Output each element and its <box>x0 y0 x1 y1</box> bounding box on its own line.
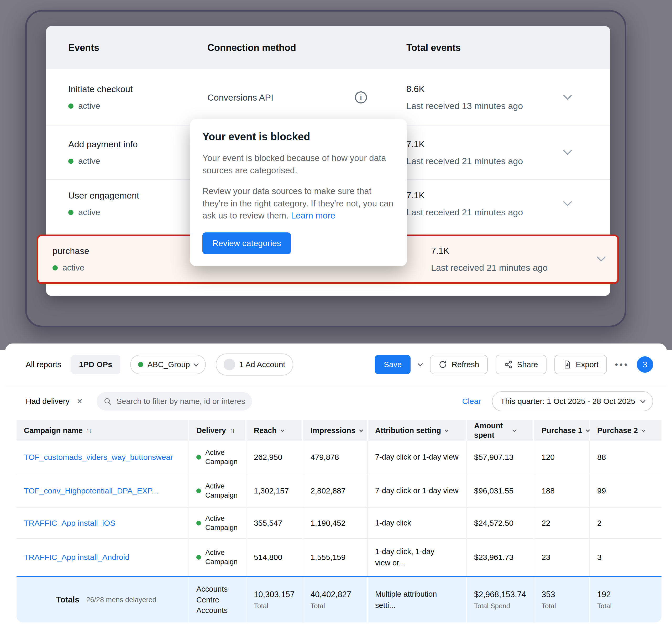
table-row[interactable]: TRAFFIC_App install_iOS Active Campaign … <box>17 508 661 539</box>
pd-ops-tab[interactable]: 1PD OPs <box>71 355 120 374</box>
toolbar-right: Save Refresh Share Export ••• <box>375 355 653 374</box>
export-button[interactable]: Export <box>554 355 607 374</box>
campaign-name-link[interactable]: TOF_customads_viders_way_buttonswear <box>17 441 189 474</box>
review-categories-button[interactable]: Review categories <box>203 232 291 254</box>
modal-paragraph-2: Review your data sources to make sure th… <box>203 185 394 222</box>
event-status-label: active <box>62 263 85 273</box>
modal-paragraph-1: Your event is blocked because of how you… <box>203 152 394 177</box>
attribution-cell: 7-day click or 1-day view <box>368 441 467 474</box>
had-delivery-filter-chip[interactable]: Had delivery <box>26 397 70 406</box>
totals-attribution-cell: Multiple attribution setti... <box>368 577 467 622</box>
chevron-down-icon[interactable] <box>598 254 604 261</box>
date-range-selector[interactable]: This quarter: 1 Oct 2025 - 28 Oct 2025 <box>492 391 653 411</box>
impressions-cell: 479,878 <box>303 441 368 474</box>
event-name: purchase <box>53 246 89 256</box>
save-options-chevron-icon[interactable] <box>418 361 423 366</box>
more-options-button[interactable]: ••• <box>615 360 629 370</box>
delivery-cell: Active Campaign <box>189 441 247 474</box>
totals-row: Totals 26/28 mens delayered Accounts Cen… <box>17 576 661 622</box>
total-events-value: 7.1K <box>431 246 548 256</box>
totals-impressions-cell: 40,402,827 Total <box>303 577 368 622</box>
amount-spent-cell: $23,961.73 <box>467 539 534 576</box>
header-impressions[interactable]: Impressions <box>303 420 368 441</box>
header-purchase-1[interactable]: Purchase 1 <box>534 420 590 441</box>
group-selector[interactable]: ABC_Group <box>130 355 206 374</box>
ad-account-avatar <box>224 359 235 370</box>
event-totals: 7.1K Last received 21 minutes ago <box>431 246 548 273</box>
share-icon <box>504 360 513 369</box>
event-totals: 7.1K Last received 21 minutes ago <box>406 190 523 217</box>
active-status-dot <box>196 555 201 559</box>
delivery-cell: Active Campaign <box>189 539 247 576</box>
notifications-badge[interactable]: 3 <box>637 357 653 373</box>
reach-cell: 262,950 <box>247 441 303 474</box>
last-received-label: Last received 21 minutes ago <box>406 156 523 166</box>
report-panel: All reports 1PD OPs ABC_Group 1 Ad Accou… <box>5 344 667 639</box>
event-status: active <box>68 101 133 111</box>
event-name: Initiate checkout <box>68 84 133 94</box>
save-button[interactable]: Save <box>375 355 410 374</box>
header-delivery[interactable]: Delivery ↑↓ <box>189 420 247 441</box>
reach-cell: 355,547 <box>247 508 303 539</box>
search-input[interactable] <box>117 397 245 406</box>
top-background: Events Connection method Total events In… <box>0 0 672 350</box>
table-row[interactable]: TOF_customads_viders_way_buttonswear Act… <box>17 441 661 474</box>
event-info: User engagement active <box>68 190 139 217</box>
column-header-total-events: Total events <box>406 42 461 53</box>
campaign-name-link[interactable]: TRAFFIC_App install_Android <box>17 539 189 576</box>
refresh-button[interactable]: Refresh <box>430 355 488 374</box>
active-status-dot <box>68 159 74 164</box>
totals-label: Totals <box>56 595 79 605</box>
chevron-down-icon <box>280 428 285 432</box>
table-row[interactable]: TRAFFIC_App install_Android Active Campa… <box>17 539 661 576</box>
date-range-label: This quarter: 1 Oct 2025 - 28 Oct 2025 <box>500 397 635 406</box>
ad-account-label: 1 Ad Account <box>239 360 285 369</box>
totals-reach-cell: 10,303,157 Total <box>247 577 303 622</box>
filter-bar: Had delivery × Clear This quarter: 1 Oct… <box>26 390 653 412</box>
campaign-name-link[interactable]: TOF_conv_Highpotentiall_DPA_EXP... <box>17 474 189 508</box>
group-active-dot <box>138 362 143 367</box>
event-row-initiate-checkout[interactable]: Initiate checkout active Conversions API… <box>46 69 610 126</box>
search-icon <box>103 397 112 406</box>
share-label: Share <box>517 360 538 369</box>
refresh-label: Refresh <box>451 360 479 369</box>
header-campaign-name[interactable]: Campaign name ↑↓ <box>17 420 189 441</box>
connection-method-value: Conversions API <box>207 92 273 103</box>
table-header-row: Campaign name ↑↓ Delivery ↑↓ Reach Impre… <box>17 420 661 441</box>
toolbar-divider <box>5 386 667 386</box>
campaign-name-link[interactable]: TRAFFIC_App install_iOS <box>17 508 189 539</box>
all-reports-button[interactable]: All reports <box>26 360 61 369</box>
event-name: User engagement <box>68 190 139 201</box>
share-button[interactable]: Share <box>496 355 547 374</box>
chevron-down-icon[interactable] <box>564 199 571 206</box>
total-events-value: 7.1K <box>406 139 523 149</box>
learn-more-link[interactable]: Learn more <box>291 210 335 220</box>
header-amount-spent[interactable]: Amount spent <box>467 420 534 441</box>
purchase2-cell: 99 <box>590 474 661 508</box>
chevron-down-icon <box>586 428 590 432</box>
reach-cell: 1,302,157 <box>247 474 303 508</box>
event-status: active <box>68 156 138 166</box>
event-status: active <box>53 263 89 273</box>
event-status: active <box>68 207 139 217</box>
chevron-down-icon <box>445 428 449 432</box>
totals-purchase2-cell: 192 Total <box>590 577 661 622</box>
campaign-table: Campaign name ↑↓ Delivery ↑↓ Reach Impre… <box>17 420 661 622</box>
active-status-dot <box>196 455 201 460</box>
event-totals: 8.6K Last received 13 minutes ago <box>406 84 523 111</box>
chevron-down-icon[interactable] <box>564 92 571 100</box>
ad-account-selector[interactable]: 1 Ad Account <box>216 353 293 376</box>
info-icon[interactable]: i <box>355 91 367 103</box>
purchase2-cell: 88 <box>590 441 661 474</box>
event-blocked-modal: Your event is blocked Your event is bloc… <box>190 119 407 266</box>
header-reach[interactable]: Reach <box>247 420 303 441</box>
table-row[interactable]: TOF_conv_Highpotentiall_DPA_EXP... Activ… <box>17 474 661 508</box>
impressions-cell: 2,802,887 <box>303 474 368 508</box>
remove-filter-icon[interactable]: × <box>77 396 83 407</box>
active-status-dot <box>68 103 74 109</box>
chevron-down-icon[interactable] <box>564 147 571 155</box>
clear-filters-link[interactable]: Clear <box>462 397 481 406</box>
header-purchase-2[interactable]: Purchase 2 <box>590 420 661 441</box>
header-attribution-setting[interactable]: Attribution setting <box>368 420 467 441</box>
totals-note: 26/28 mens delayered <box>86 596 156 604</box>
